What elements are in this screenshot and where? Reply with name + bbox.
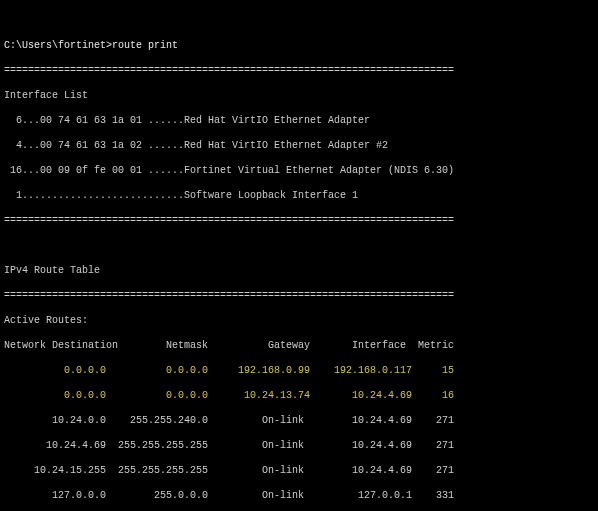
iface-row: 16...00 09 0f fe 00 01 ......Fortinet Vi… — [4, 165, 454, 176]
ipv4-route-row: 10.24.15.255 255.255.255.255 On-link 10.… — [4, 465, 454, 476]
prompt-line-1[interactable]: C:\Users\fortinet>route print — [4, 40, 178, 51]
iface-row: 4...00 74 61 63 1a 02 ......Red Hat Virt… — [4, 140, 388, 151]
divider: ========================================… — [4, 290, 454, 301]
ipv4-route-row: 0.0.0.0 0.0.0.0 10.24.13.74 10.24.4.69 1… — [4, 390, 454, 401]
iface-header: Interface List — [4, 90, 88, 101]
active-routes-label: Active Routes: — [4, 315, 88, 326]
terminal-window: C:\Users\fortinet>route print ==========… — [0, 25, 598, 511]
ipv4-route-row: 127.0.0.0 255.0.0.0 On-link 127.0.0.1 33… — [4, 490, 454, 501]
iface-row: 6...00 74 61 63 1a 01 ......Red Hat Virt… — [4, 115, 370, 126]
ipv4-route-row: 10.24.4.69 255.255.255.255 On-link 10.24… — [4, 440, 454, 451]
ipv4-title: IPv4 Route Table — [4, 265, 100, 276]
iface-row: 1...........................Software Loo… — [4, 190, 358, 201]
divider: ========================================… — [4, 215, 454, 226]
ipv4-columns: Network Destination Netmask Gateway Inte… — [4, 340, 454, 351]
ipv4-route-row: 10.24.0.0 255.255.240.0 On-link 10.24.4.… — [4, 415, 454, 426]
divider: ========================================… — [4, 65, 454, 76]
ipv4-route-row: 0.0.0.0 0.0.0.0 192.168.0.99 192.168.0.1… — [4, 365, 454, 376]
